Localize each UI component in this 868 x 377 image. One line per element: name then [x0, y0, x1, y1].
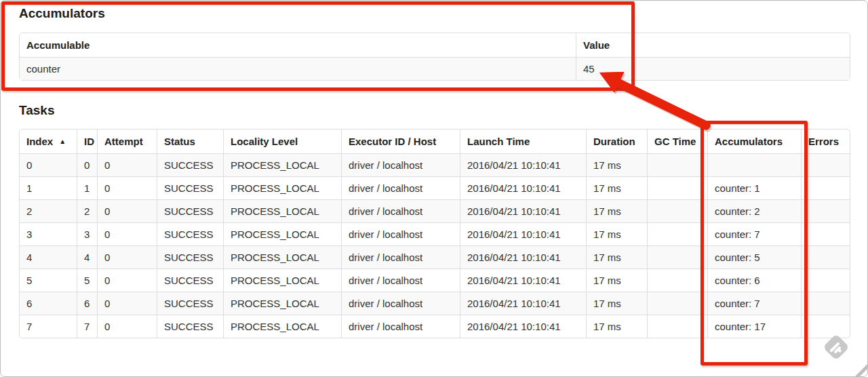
task-row: 110SUCCESSPROCESS_LOCALdriver / localhos…	[20, 176, 850, 199]
task-attempt-cell: 0	[97, 245, 157, 269]
task-status-cell: SUCCESS	[157, 245, 223, 269]
tasks-column-header-locality-level[interactable]: Locality Level	[223, 130, 341, 153]
task-launch-time-cell: 2016/04/21 10:10:41	[460, 199, 586, 222]
task-id-cell: 0	[77, 153, 97, 176]
feedly-watermark-icon	[821, 332, 851, 362]
task-accumulators-cell	[707, 153, 801, 176]
task-status-cell: SUCCESS	[157, 199, 223, 222]
column-header-label: Executor ID / Host	[349, 136, 436, 147]
task-locality-level-cell: PROCESS_LOCAL	[223, 245, 341, 269]
task-launch-time-cell: 2016/04/21 10:10:41	[460, 315, 586, 338]
task-errors-cell	[801, 292, 850, 315]
column-header-label: Errors	[808, 136, 839, 147]
tasks-column-header-accumulators[interactable]: Accumulators	[707, 130, 801, 153]
task-id-cell: 5	[77, 269, 97, 292]
task-launch-time-cell: 2016/04/21 10:10:41	[460, 292, 586, 315]
tasks-column-header-attempt[interactable]: Attempt	[97, 130, 157, 153]
task-duration-cell: 17 ms	[586, 315, 647, 338]
task-gc-time-cell	[647, 176, 707, 199]
task-row: 550SUCCESSPROCESS_LOCALdriver / localhos…	[20, 269, 850, 292]
tasks-column-header-status[interactable]: Status	[157, 130, 223, 153]
sort-asc-icon: ▲	[59, 138, 66, 145]
column-header-label: Duration	[593, 136, 635, 147]
task-executor-id-host-cell: driver / localhost	[341, 199, 460, 222]
task-duration-cell: 17 ms	[586, 199, 647, 222]
tasks-table-body: 000SUCCESSPROCESS_LOCALdriver / localhos…	[20, 153, 850, 338]
tasks-column-header-launch-time[interactable]: Launch Time	[460, 130, 586, 153]
tasks-header-row: Index▲IDAttemptStatusLocality LevelExecu…	[20, 130, 850, 153]
task-errors-cell	[801, 153, 850, 176]
corner-watermark-fragment	[854, 363, 868, 377]
task-duration-cell: 17 ms	[586, 222, 647, 245]
task-id-cell: 1	[77, 176, 97, 199]
task-launch-time-cell: 2016/04/21 10:10:41	[460, 269, 586, 292]
accumulators-section-heading: Accumulators	[19, 5, 105, 21]
task-index-cell: 3	[20, 222, 77, 245]
task-executor-id-host-cell: driver / localhost	[341, 269, 460, 292]
task-status-cell: SUCCESS	[157, 153, 223, 176]
column-header-label: GC Time	[654, 136, 696, 147]
tasks-column-header-duration[interactable]: Duration	[586, 130, 647, 153]
column-header-label: ID	[84, 136, 94, 147]
task-accumulators-cell: counter: 2	[707, 199, 801, 222]
task-gc-time-cell	[647, 269, 707, 292]
task-gc-time-cell	[647, 292, 707, 315]
tasks-column-header-executor-id-host[interactable]: Executor ID / Host	[341, 130, 460, 153]
task-attempt-cell: 0	[97, 269, 157, 292]
task-gc-time-cell	[647, 222, 707, 245]
task-gc-time-cell	[647, 199, 707, 222]
task-gc-time-cell	[647, 245, 707, 269]
task-launch-time-cell: 2016/04/21 10:10:41	[460, 222, 586, 245]
task-executor-id-host-cell: driver / localhost	[341, 245, 460, 269]
task-duration-cell: 17 ms	[586, 176, 647, 199]
task-index-cell: 1	[20, 176, 77, 199]
task-index-cell: 2	[20, 199, 77, 222]
task-launch-time-cell: 2016/04/21 10:10:41	[460, 153, 586, 176]
task-attempt-cell: 0	[97, 222, 157, 245]
value-column-header: Value	[576, 33, 850, 57]
column-header-label: Accumulators	[715, 136, 783, 147]
task-errors-cell	[801, 269, 850, 292]
column-header-label: Launch Time	[467, 136, 530, 147]
task-errors-cell	[801, 245, 850, 269]
task-index-cell: 6	[20, 292, 77, 315]
task-duration-cell: 17 ms	[586, 292, 647, 315]
task-accumulators-cell: counter: 17	[707, 315, 801, 338]
tasks-section-heading: Tasks	[19, 102, 54, 118]
task-id-cell: 2	[77, 199, 97, 222]
task-row: 440SUCCESSPROCESS_LOCALdriver / localhos…	[20, 245, 850, 269]
task-errors-cell	[801, 199, 850, 222]
task-duration-cell: 17 ms	[586, 269, 647, 292]
task-duration-cell: 17 ms	[586, 153, 647, 176]
accumulator-value-cell: 45	[576, 57, 850, 80]
task-row: 000SUCCESSPROCESS_LOCALdriver / localhos…	[20, 153, 850, 176]
task-attempt-cell: 0	[97, 176, 157, 199]
task-locality-level-cell: PROCESS_LOCAL	[223, 315, 341, 338]
tasks-column-header-index[interactable]: Index▲	[20, 130, 77, 153]
task-gc-time-cell	[647, 153, 707, 176]
tasks-column-header-id[interactable]: ID	[77, 130, 97, 153]
task-gc-time-cell	[647, 315, 707, 338]
task-index-cell: 4	[20, 245, 77, 269]
task-accumulators-cell: counter: 7	[707, 222, 801, 245]
task-row: 660SUCCESSPROCESS_LOCALdriver / localhos…	[20, 292, 850, 315]
task-locality-level-cell: PROCESS_LOCAL	[223, 292, 341, 315]
column-header-label: Locality Level	[231, 136, 298, 147]
task-status-cell: SUCCESS	[157, 222, 223, 245]
tasks-column-header-gc-time[interactable]: GC Time	[647, 130, 707, 153]
tasks-table: Index▲IDAttemptStatusLocality LevelExecu…	[19, 129, 850, 338]
accumulable-column-header: Accumulable	[20, 33, 576, 57]
column-header-label: Status	[164, 136, 195, 147]
task-index-cell: 0	[20, 153, 77, 176]
accumulators-table: AccumulableValue counter45	[19, 33, 850, 81]
task-id-cell: 3	[77, 222, 97, 245]
task-accumulators-cell: counter: 7	[707, 292, 801, 315]
task-index-cell: 5	[20, 269, 77, 292]
tasks-column-header-errors[interactable]: Errors	[801, 130, 850, 153]
accumulator-row: counter45	[20, 57, 850, 80]
task-attempt-cell: 0	[97, 153, 157, 176]
accumulators-table-body: counter45	[20, 57, 850, 80]
task-id-cell: 6	[77, 292, 97, 315]
task-errors-cell	[801, 176, 850, 199]
task-accumulators-cell: counter: 6	[707, 269, 801, 292]
